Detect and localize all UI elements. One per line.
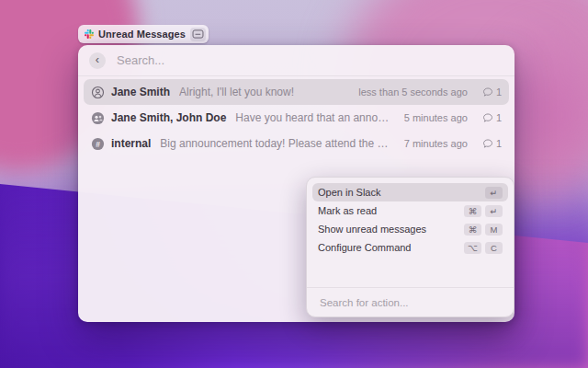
action-panel-footer	[307, 287, 514, 316]
desktop: Unread Messages ‹ Jane Smith A	[0, 0, 588, 368]
action-list: Open in Slack ↵ Mark as read ⌘↵ Show unr…	[307, 178, 514, 262]
speech-bubble-icon	[482, 86, 493, 98]
keycap: C	[485, 242, 503, 254]
action-item[interactable]: Show unread messages ⌘M	[312, 220, 508, 238]
unread-count: 1	[496, 112, 502, 123]
shortcut-keys: ⌥C	[464, 242, 503, 254]
message-title: internal	[111, 137, 151, 150]
svg-text:#: #	[96, 139, 100, 148]
action-search-input[interactable]	[318, 296, 503, 309]
enter-key-icon	[190, 28, 206, 41]
keycap: ↵	[485, 187, 503, 199]
keycap: M	[485, 224, 503, 236]
unread-count-group: 1	[482, 138, 502, 149]
message-timestamp: 7 minutes ago	[404, 138, 468, 149]
speech-bubble-icon	[482, 112, 493, 123]
unread-count-group: 1	[482, 112, 502, 123]
action-item[interactable]: Configure Command ⌥C	[312, 238, 508, 257]
message-row[interactable]: Jane Smith Alright, I'll let you know! l…	[84, 79, 509, 105]
message-timestamp: 5 minutes ago	[404, 112, 468, 123]
message-title: Jane Smith	[111, 86, 170, 98]
message-list: Jane Smith Alright, I'll let you know! l…	[78, 76, 514, 159]
keycap: ⌘	[464, 224, 481, 236]
keycap: ⌥	[464, 242, 481, 254]
action-panel: Open in Slack ↵ Mark as read ⌘↵ Show unr…	[306, 177, 514, 317]
message-preview: Have you heard that an announcement is c…	[235, 111, 390, 124]
shortcut-keys: ⌘↵	[464, 205, 503, 217]
action-item[interactable]: Mark as read ⌘↵	[312, 201, 508, 220]
command-pill-title: Unread Messages	[98, 29, 186, 40]
message-preview: Alright, I'll let you know!	[179, 86, 294, 98]
action-label: Mark as read	[318, 205, 464, 216]
action-label: Open in Slack	[318, 187, 485, 198]
hash-circle-icon: #	[91, 137, 105, 151]
unread-count: 1	[496, 138, 502, 149]
person-circle-icon	[91, 86, 105, 99]
speech-bubble-icon	[482, 138, 493, 149]
message-timestamp: less than 5 seconds ago	[358, 86, 468, 98]
unread-count-group: 1	[482, 86, 502, 98]
people-circle-icon	[91, 111, 105, 125]
message-title: Jane Smith, John Doe	[111, 111, 226, 124]
shortcut-keys: ⌘M	[464, 224, 503, 236]
back-button[interactable]: ‹	[89, 52, 106, 69]
message-row[interactable]: Jane Smith, John Doe Have you heard that…	[84, 105, 509, 131]
keycap: ↵	[485, 205, 503, 217]
command-pill[interactable]: Unread Messages	[78, 25, 209, 43]
message-row[interactable]: # internal Big announcement today! Pleas…	[84, 131, 509, 156]
action-label: Show unread messages	[318, 224, 464, 235]
action-item[interactable]: Open in Slack ↵	[312, 183, 508, 201]
unread-count: 1	[496, 86, 502, 98]
search-bar: ‹	[78, 45, 514, 76]
chevron-left-icon: ‹	[96, 53, 99, 65]
message-preview: Big announcement today! Please attend th…	[160, 137, 390, 150]
search-input[interactable]	[115, 52, 503, 68]
shortcut-keys: ↵	[485, 187, 503, 199]
keycap: ⌘	[464, 205, 481, 217]
action-label: Configure Command	[318, 242, 464, 253]
slack-logo-icon	[85, 29, 94, 39]
